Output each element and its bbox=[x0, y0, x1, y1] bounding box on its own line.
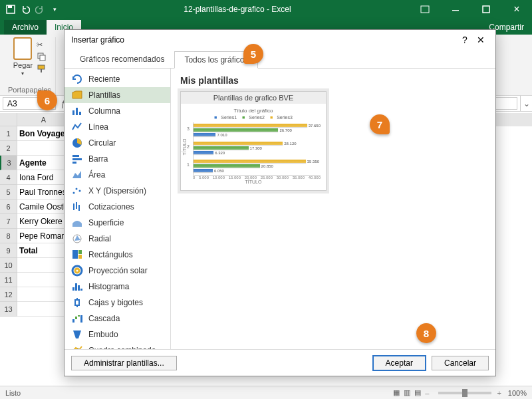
row-header[interactable]: 8 bbox=[0, 229, 17, 243]
chart-type-cajas[interactable]: Cajas y bigotes bbox=[65, 295, 170, 311]
column-header[interactable]: A bbox=[17, 113, 70, 126]
ok-button[interactable]: Aceptar bbox=[372, 355, 426, 371]
format-painter-icon[interactable] bbox=[37, 64, 46, 73]
svg-rect-6 bbox=[38, 65, 45, 69]
undo-icon[interactable] bbox=[20, 4, 31, 15]
view-normal-icon[interactable]: ▦ bbox=[393, 388, 400, 397]
area-icon bbox=[71, 170, 83, 180]
reciente-icon bbox=[71, 74, 83, 84]
chart-type-label: Columna bbox=[88, 106, 120, 116]
row-header[interactable]: 13 bbox=[0, 302, 17, 317]
svg-point-15 bbox=[76, 188, 78, 190]
manage-templates-button[interactable]: Administrar plantillas... bbox=[71, 356, 177, 370]
chart-type-superficie[interactable]: Superficie bbox=[65, 215, 170, 231]
tab-recommended-charts[interactable]: Gráficos recomendados bbox=[70, 51, 174, 68]
svg-rect-7 bbox=[72, 110, 74, 115]
chart-type-xy[interactable]: X Y (Dispersión) bbox=[65, 183, 170, 199]
cell[interactable] bbox=[17, 302, 70, 317]
chart-type-cascada[interactable]: Cascada bbox=[65, 311, 170, 327]
chart-type-label: Histograma bbox=[88, 282, 129, 291]
svg-rect-13 bbox=[72, 162, 76, 164]
svg-rect-2 bbox=[421, 6, 429, 13]
chart-type-combo[interactable]: Cuadro combinado bbox=[65, 342, 170, 349]
svg-rect-30 bbox=[75, 317, 77, 319]
chart-type-cotizaciones[interactable]: Cotizaciones bbox=[65, 199, 170, 215]
minimize-button[interactable]: – bbox=[440, 0, 471, 19]
paste-label: Pegar bbox=[13, 61, 33, 69]
paste-button[interactable]: Pegar ▾ bbox=[13, 37, 33, 76]
copy-icon[interactable] bbox=[37, 52, 46, 61]
chart-type-embudo[interactable]: Embudo bbox=[65, 327, 170, 342]
select-all-corner[interactable] bbox=[0, 113, 17, 126]
row-header[interactable]: 2 bbox=[0, 141, 17, 156]
row-header[interactable]: 11 bbox=[0, 273, 17, 287]
row-header[interactable]: 1 bbox=[0, 126, 17, 141]
cajas-icon bbox=[71, 297, 83, 308]
svg-rect-31 bbox=[78, 315, 80, 317]
view-pagebreak-icon[interactable]: ▤ bbox=[414, 388, 421, 397]
dialog-help-button[interactable]: ? bbox=[457, 35, 473, 45]
cell[interactable] bbox=[17, 141, 70, 156]
cell[interactable]: Pepe Roman bbox=[17, 229, 70, 243]
row-header[interactable]: 5 bbox=[0, 185, 17, 200]
chart-type-barra[interactable]: Barra bbox=[65, 151, 170, 167]
svg-rect-12 bbox=[72, 158, 82, 160]
chart-type-area[interactable]: Área bbox=[65, 167, 170, 183]
chart-type-columna[interactable]: Columna bbox=[65, 103, 170, 119]
columna-icon bbox=[71, 106, 83, 116]
svg-point-23 bbox=[75, 269, 79, 273]
tab-file[interactable]: Archivo bbox=[4, 20, 47, 35]
chart-type-reciente[interactable]: Reciente bbox=[65, 71, 170, 87]
chart-type-linea[interactable]: Línea bbox=[65, 119, 170, 135]
ribbon-display-icon[interactable] bbox=[410, 0, 440, 19]
chart-type-histograma[interactable]: Histograma bbox=[65, 279, 170, 295]
cell[interactable]: Bon Voyage bbox=[17, 126, 70, 141]
qat-customize-icon[interactable]: ▾ bbox=[49, 4, 60, 15]
maximize-button[interactable] bbox=[471, 0, 501, 19]
row-header[interactable]: 7 bbox=[0, 214, 17, 229]
cancel-button[interactable]: Cancelar bbox=[432, 356, 489, 370]
chart-type-label: Cascada bbox=[88, 314, 120, 323]
cell[interactable] bbox=[17, 258, 70, 273]
chart-type-label: Cotizaciones bbox=[88, 202, 134, 211]
status-ready: Listo bbox=[5, 389, 21, 397]
chart-type-radial[interactable]: Radial bbox=[65, 231, 170, 247]
chart-type-label: Embudo bbox=[88, 330, 118, 339]
zoom-level[interactable]: 100% bbox=[508, 389, 527, 397]
cell[interactable]: Kerry Okere bbox=[17, 214, 70, 229]
row-header[interactable]: 9 bbox=[0, 243, 17, 258]
svg-rect-21 bbox=[78, 255, 82, 259]
chart-type-rectangulos[interactable]: Rectángulos bbox=[65, 247, 170, 263]
cell[interactable]: Camile Oosthuizen bbox=[17, 200, 70, 214]
svg-rect-25 bbox=[75, 283, 77, 291]
cell[interactable]: Iona Ford bbox=[17, 170, 70, 185]
chart-type-solar[interactable]: Proyección solar bbox=[65, 263, 170, 279]
window-title: 12-plantillas-de-grafico - Excel bbox=[65, 5, 410, 14]
row-header[interactable]: 12 bbox=[0, 287, 17, 302]
row-header[interactable]: 10 bbox=[0, 258, 17, 273]
view-layout-icon[interactable]: ▥ bbox=[404, 388, 410, 397]
zoom-slider[interactable] bbox=[438, 392, 491, 394]
close-button[interactable]: × bbox=[501, 0, 532, 19]
dialog-close-button[interactable]: ✕ bbox=[473, 35, 489, 45]
redo-icon[interactable] bbox=[35, 4, 45, 15]
cell[interactable]: Agente bbox=[17, 156, 70, 170]
svg-rect-8 bbox=[76, 108, 78, 115]
row-header[interactable]: 4 bbox=[0, 170, 17, 185]
cell[interactable]: Total bbox=[17, 243, 70, 258]
save-icon[interactable] bbox=[5, 4, 16, 15]
row-header[interactable]: 3 bbox=[0, 156, 17, 170]
svg-rect-28 bbox=[75, 300, 79, 305]
row-header[interactable]: 6 bbox=[0, 200, 17, 214]
chart-type-plantillas[interactable]: Plantillas bbox=[65, 87, 170, 103]
template-card[interactable]: Plantillas de grafico BVE Título del grá… bbox=[180, 91, 327, 191]
chart-type-label: X Y (Dispersión) bbox=[88, 186, 146, 196]
cut-icon[interactable]: ✂ bbox=[37, 41, 46, 49]
cell[interactable]: Paul Tronnes bbox=[17, 185, 70, 200]
status-bar: Listo ▦ ▥ ▤ – + 100% bbox=[0, 386, 532, 399]
chart-type-circular[interactable]: Circular bbox=[65, 135, 170, 151]
formula-expand-icon[interactable]: ⌄ bbox=[520, 96, 532, 111]
cell[interactable] bbox=[17, 273, 70, 287]
cell[interactable] bbox=[17, 287, 70, 302]
template-thumbnail: Título del gráfico ■Series1 ■Series2 ■Se… bbox=[181, 104, 326, 190]
